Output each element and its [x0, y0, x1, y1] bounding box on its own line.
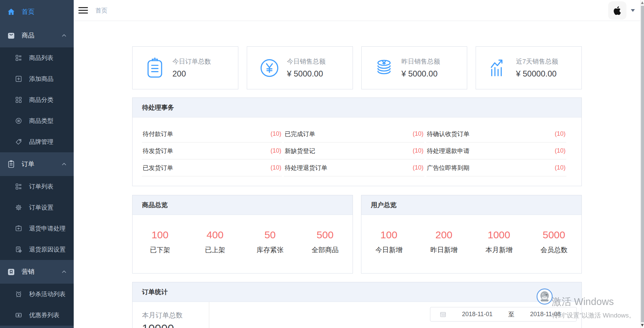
order-metric-cell: 本月订单总数 10000: [133, 302, 209, 328]
todo-item[interactable]: 待处理退货订单(10): [284, 159, 424, 176]
add-square-icon: [15, 75, 22, 83]
stat-card-label: 今日订单总数: [172, 57, 211, 66]
vertical-scrollbar[interactable]: [640, 0, 644, 328]
sidebar-item-label: 营销: [22, 267, 34, 276]
sidebar-item-label: 商品分类: [29, 96, 53, 104]
todo-item[interactable]: 待处理退款申请(10): [426, 143, 566, 159]
sidebar-item-product-list[interactable]: 商品列表: [0, 47, 74, 68]
bookmark-icon: [7, 267, 16, 276]
overview-stat: 100已下架: [133, 229, 188, 255]
product-overview-panel: 商品总览 100已下架 400已上架 50库存紧张 500全部商品: [132, 195, 353, 274]
scrollbar-thumb[interactable]: [641, 6, 644, 322]
sidebar-item-product-category[interactable]: 商品分类: [0, 89, 74, 110]
todo-item[interactable]: 新缺货登记(10): [284, 143, 424, 159]
user-overview-stats: 100今日新增 200昨日新增 1000本月新增 5000会员总数: [361, 215, 581, 255]
sidebar-item-product-type[interactable]: 商品类型: [0, 110, 74, 131]
overview-value: 100: [361, 229, 416, 241]
order-metric-value: 10000: [142, 322, 209, 328]
scroll-down-arrow-icon[interactable]: [641, 324, 644, 327]
chevron-down-icon[interactable]: [631, 9, 635, 12]
breadcrumb[interactable]: 首页: [95, 6, 108, 15]
todo-item[interactable]: 待确认收货订单(10): [426, 126, 566, 143]
sidebar: 首页 商品 商品列表 添加商品 商品分类: [0, 0, 74, 328]
todo-item[interactable]: 广告位即将到期(10): [426, 159, 566, 176]
todo-label: 待确认收货订单: [427, 130, 470, 138]
sidebar-item-label: 订单: [22, 160, 34, 169]
sidebar-item-label: 优惠券列表: [29, 311, 59, 319]
sidebar-item-return-reason[interactable]: 退货原因设置: [0, 239, 74, 260]
overview-value: 200: [416, 229, 472, 241]
todo-item[interactable]: 待付款订单(10): [142, 126, 282, 143]
scroll-up-arrow-icon[interactable]: [641, 1, 644, 4]
overview-value: 500: [297, 229, 353, 241]
sidebar-item-marketing[interactable]: 营销: [0, 260, 74, 284]
sidebar-item-label: 订单列表: [29, 182, 53, 191]
todo-item[interactable]: 待发货订单(10): [142, 143, 282, 159]
top-header: 首页: [74, 0, 644, 21]
order-metric-label: 本月订单总数: [142, 311, 209, 320]
sidebar-item-order-setting[interactable]: 订单设置: [0, 197, 74, 218]
overview-stat: 5000会员总数: [526, 229, 581, 255]
return-box-icon: [15, 225, 22, 232]
overview-label: 已上架: [188, 245, 243, 255]
tag-icon: [15, 138, 22, 146]
stat-card-label: 今日销售总额: [287, 57, 326, 66]
date-end-field[interactable]: 2018-11-08: [515, 311, 577, 318]
stat-card-value: ¥ 5000.00: [402, 69, 440, 79]
sidebar-item-product-add[interactable]: 添加商品: [0, 68, 74, 89]
todo-count: (10): [555, 164, 566, 171]
overview-label: 已下架: [133, 245, 188, 255]
stat-card-week-sales: 近7天销售总额 ¥ 50000.00: [476, 46, 582, 89]
todo-item[interactable]: 已发货订单(10): [142, 159, 282, 176]
sidebar-item-order[interactable]: 订单: [0, 152, 74, 176]
hamburger-menu-icon[interactable]: [78, 5, 88, 15]
todo-count: (10): [270, 164, 281, 171]
grid-list-icon: [15, 54, 22, 62]
sidebar-submenu-marketing: 秒杀活动列表 优惠券列表: [0, 284, 74, 326]
stat-card-text: 今日订单总数 200: [172, 57, 211, 79]
sidebar-item-return-apply[interactable]: 退货申请处理: [0, 218, 74, 239]
date-range-picker[interactable]: 2018-11-01 至 2018-11-08: [430, 307, 577, 322]
qq-helper-icon[interactable]: [536, 288, 553, 305]
todo-label: 已发货订单: [143, 164, 173, 172]
sidebar-item-home[interactable]: 首页: [0, 0, 74, 24]
avatar[interactable]: [608, 1, 626, 20]
overview-row: 商品总览 100已下架 400已上架 50库存紧张 500全部商品 用户总览 1…: [132, 195, 582, 274]
sidebar-submenu-product: 商品列表 添加商品 商品分类 商品类型 品牌管理: [0, 47, 74, 152]
apple-logo-icon: [611, 4, 623, 17]
todo-item[interactable]: 已完成订单(10): [284, 126, 424, 143]
stat-card-today-orders: 今日订单总数 200: [132, 46, 238, 89]
todo-grid: 待付款订单(10) 已完成订单(10) 待确认收货订单(10) 待发货订单(10…: [133, 117, 581, 186]
sidebar-item-brand[interactable]: 品牌管理: [0, 131, 74, 152]
sidebar-item-label: 商品: [22, 31, 34, 40]
home-icon: [7, 7, 16, 16]
calendar-icon: [440, 311, 446, 318]
date-start-field[interactable]: 2018-11-01: [446, 311, 508, 318]
todo-count: (10): [413, 164, 424, 171]
todo-panel: 待处理事务 待付款订单(10) 已完成订单(10) 待确认收货订单(10) 待发…: [132, 97, 582, 186]
sidebar-item-label: 添加商品: [29, 75, 53, 83]
coupon-icon: [15, 311, 22, 319]
todo-count: (10): [270, 147, 281, 154]
stat-card-value: 200: [172, 69, 211, 79]
sidebar-submenu-order: 订单列表 订单设置 退货申请处理 退货原因设置: [0, 176, 74, 260]
sidebar-item-product[interactable]: 商品: [0, 24, 74, 47]
alarm-clock-icon: [15, 290, 22, 298]
stat-card-label: 昨日销售总额: [402, 57, 440, 66]
sidebar-item-flash-sale[interactable]: 秒杀活动列表: [0, 284, 74, 305]
todo-label: 新缺货登记: [285, 147, 315, 155]
overview-value: 50: [243, 229, 298, 241]
stat-card-value: ¥ 5000.00: [287, 69, 326, 79]
sidebar-item-order-list[interactable]: 订单列表: [0, 176, 74, 197]
dashboard-content: 今日订单总数 200 今日销售总额 ¥ 5000.00: [74, 21, 644, 328]
sidebar-item-coupon-list[interactable]: 优惠券列表: [0, 305, 74, 326]
panel-title: 待处理事务: [133, 98, 581, 117]
grid-icon: [15, 96, 22, 104]
grid-list-icon: [15, 183, 22, 190]
sidebar-item-label: 商品列表: [29, 54, 53, 62]
sidebar-item-label: 秒杀活动列表: [29, 290, 66, 298]
bag-icon: [7, 31, 16, 40]
overview-value: 5000: [526, 229, 581, 241]
main-area: 首页 今日订单总数 200: [74, 0, 644, 328]
todo-count: (10): [413, 130, 424, 137]
